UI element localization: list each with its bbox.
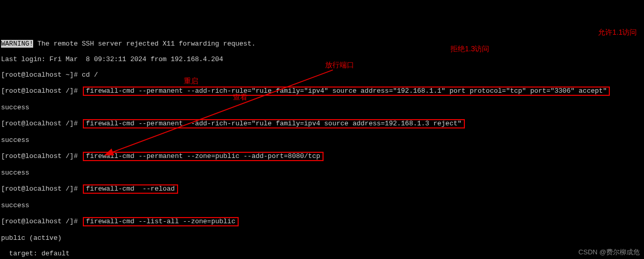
line-list: [root@localhost /]# firewall-cmd --list-…: [1, 217, 644, 226]
watermark: CSDN @费尔柳成危: [578, 248, 640, 256]
prompt: [root@localhost /]#: [1, 152, 78, 160]
annotation-port: 放行端口: [325, 61, 354, 69]
cmd-port: firewall-cmd --permanent --zone=public -…: [83, 152, 323, 161]
success-line: success: [1, 136, 644, 144]
prompt: [root@localhost /]#: [1, 87, 78, 95]
terminal-output: WARNING! The remote SSH server rejected …: [0, 31, 644, 259]
line-rule2: [root@localhost /]# firewall-cmd --perma…: [1, 119, 644, 128]
cmd-list: firewall-cmd --list-all --zone=public: [83, 217, 239, 226]
prompt: [root@localhost ~]#: [1, 71, 78, 79]
cmd-rule1: firewall-cmd --permanent --add-rich-rule…: [83, 87, 610, 96]
out-head: public (active): [1, 234, 644, 242]
annotation-allow: 允许1.1访问: [598, 28, 637, 36]
warning-tag: WARNING!: [1, 40, 33, 48]
line-port: [root@localhost /]# firewall-cmd --perma…: [1, 152, 644, 161]
annotation-reject: 拒绝1.3访问: [450, 45, 489, 53]
warning-line: WARNING! The remote SSH server rejected …: [1, 40, 644, 48]
warning-text: The remote SSH server rejected X11 forwa…: [33, 40, 255, 48]
line-reload: [root@localhost /]# firewall-cmd --reloa…: [1, 184, 644, 194]
prompt: [root@localhost /]#: [1, 185, 78, 193]
annotation-reload: 重启: [184, 77, 198, 85]
line-rule1: [root@localhost /]# firewall-cmd --perma…: [1, 87, 644, 96]
success-line: success: [1, 169, 644, 177]
annotation-list: 查看: [233, 93, 247, 101]
success-line: success: [1, 202, 644, 209]
success-line: success: [1, 104, 644, 111]
cmd-reload: firewall-cmd --reload: [83, 184, 178, 194]
prompt: [root@localhost /]#: [1, 218, 78, 225]
cmd-cd: cd /: [78, 71, 98, 79]
cmd-rule2: firewall-cmd --permanent --add-rich-rule…: [83, 119, 465, 128]
prompt: [root@localhost /]#: [1, 120, 78, 127]
line-cd: [root@localhost ~]# cd /: [1, 71, 644, 79]
out-target: target: default: [1, 250, 644, 257]
last-login-line: Last login: Fri Mar 8 09:32:11 2024 from…: [1, 55, 644, 63]
